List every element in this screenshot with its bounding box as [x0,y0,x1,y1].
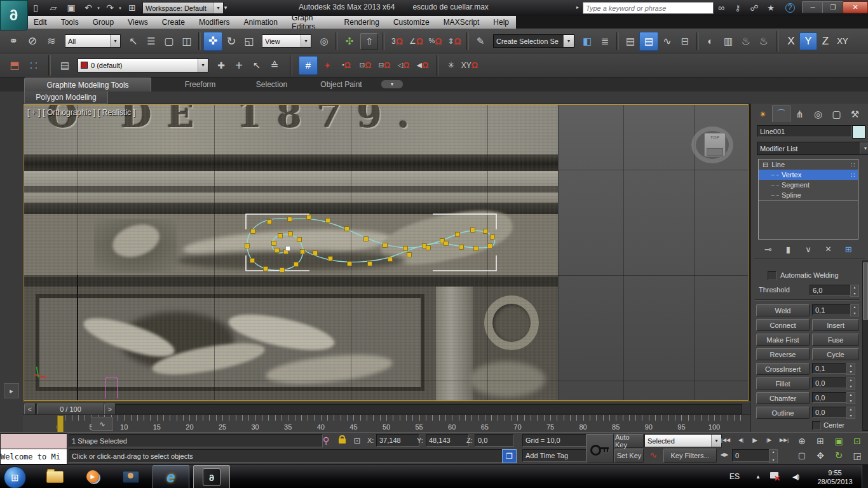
menu-views[interactable]: Views [121,16,155,29]
set-current-layer-button[interactable]: ≙ [266,57,283,74]
time-slider-prev-button[interactable]: < [24,403,36,415]
save-file-button[interactable]: ▣ [64,1,79,14]
menu-help[interactable]: Help [486,16,516,29]
endpoint-snap-toggle[interactable]: ⊡Ω [356,57,375,74]
insert-button[interactable]: Insert [812,319,859,331]
crossinsert-button[interactable]: CrossInsert [756,363,810,375]
viewport-shading-menu[interactable]: [ Realistic ] [98,108,135,117]
redo-dropdown[interactable]: ▾ [117,1,123,14]
help-button[interactable]: ? [782,1,798,14]
go-to-end-button[interactable]: ▶▶| [776,434,792,447]
percent-snap-toggle[interactable]: %Ω [426,32,445,50]
rendered-frame-button[interactable]: ♨ [737,32,755,50]
toggle-key-mode-button[interactable] [586,434,614,463]
render-production-button[interactable]: ♨ [755,32,773,50]
key-mode-toggle[interactable]: ◀▶ [718,449,731,461]
material-editor-button[interactable]: ◐ [702,32,719,50]
menu-group[interactable]: Group [86,16,121,29]
weld-spinner[interactable]: ▾▾ [850,304,859,316]
tab-selection[interactable]: Selection [238,78,305,92]
graphite-ribbon-toggle[interactable]: ▤ [639,32,658,51]
add-time-tag-field[interactable]: Add Time Tag [522,449,590,462]
snap-toggle-3d-button[interactable]: 3Ω [388,32,407,50]
menu-modifiers[interactable]: Modifiers [192,16,237,29]
volume-icon[interactable]: ◀) [788,471,803,482]
make-unique-button[interactable]: ∨ [801,243,816,255]
scene-explorer-toggle[interactable]: ❐ [502,449,517,463]
active-layer-dropdown[interactable]: 0 (default)▾ [78,58,208,72]
remove-modifier-button[interactable]: ✕ [821,243,836,255]
auto-key-button[interactable]: Auto Key [614,434,644,448]
object-name-field[interactable]: Line001 [757,125,852,137]
face-snap-toggle[interactable]: ◀Ω [413,57,432,74]
stack-item-vertex[interactable]: Vertex ∷ [759,170,858,180]
center-checkbox[interactable] [812,421,821,430]
panel-polygon-modeling[interactable]: Polygon Modeling [24,92,108,104]
tab-motion[interactable]: ◎ [809,105,827,122]
show-end-result-button[interactable]: ▮ [780,243,796,255]
absolute-mode-toggle[interactable]: ⊡ [350,434,364,447]
close-button[interactable]: ✕ [843,1,868,13]
chamfer-field[interactable]: 0,0 [812,392,851,403]
axis-constraint-y[interactable]: Y [799,32,817,50]
automatic-welding-checkbox[interactable] [768,271,776,280]
taskbar-media-player-button[interactable]: ▶ [75,465,111,488]
tab-modify[interactable]: ⌒ [772,105,790,122]
fillet-spinner[interactable]: ▾▾ [846,377,855,390]
undo-dropdown[interactable]: ▾ [95,1,102,14]
field-of-view-button[interactable]: ▢ [793,449,811,462]
isolate-selection-toggle[interactable]: ⚲ [319,434,333,447]
select-and-scale-button[interactable]: ◱ [240,32,258,50]
maxscript-listener-macro[interactable] [0,433,67,449]
z-coord-field[interactable]: 0,0 [475,434,514,447]
axis-constraint-xy[interactable]: XY [834,32,851,50]
crossinsert-field[interactable]: 0,1 [812,363,851,374]
go-to-start-button[interactable]: |◀◀ [718,434,733,447]
tab-create[interactable]: ✴ [754,105,772,122]
redo-button[interactable]: ↷ [103,1,117,14]
spinner-snap-toggle[interactable]: ⇕Ω [445,32,464,50]
x-coord-field[interactable]: 37,148 [376,434,419,447]
xy-snap-toggle[interactable]: XYΩ [460,57,479,74]
coordinate-system-dropdown[interactable]: View▾ [262,34,311,48]
workspace-extra-dropdown[interactable]: ▾ [221,1,230,14]
named-selection-sets-dropdown[interactable]: Create Selection Se▾ [493,34,574,48]
add-to-layer-button[interactable]: + [230,57,248,74]
mini-curve-editor-button[interactable]: ∿ [92,417,113,431]
zoom-button[interactable]: ⊕ [793,434,811,447]
edge-snap-toggle[interactable]: ◁Ω [394,57,413,74]
use-pivot-center-button[interactable]: ◎ [315,32,333,50]
taskbar-3dsmax-button[interactable]: 6 [193,465,230,488]
maxscript-listener-line[interactable]: Welcome to Mi [0,449,67,464]
bind-to-spacewarp-button[interactable]: ≋ [42,32,61,50]
taskbar-clock[interactable]: 9:55 28/05/2013 [812,467,858,487]
panel-scrollbar[interactable] [862,261,868,431]
favorites-button[interactable]: ★ [764,1,778,14]
reverse-button[interactable]: Reverse [756,348,810,360]
taskbar-internet-explorer-button[interactable]: e [153,465,189,488]
fillet-field[interactable]: 0,0 [812,377,851,388]
crossinsert-spinner[interactable]: ▾▾ [846,363,855,375]
next-frame-button[interactable]: |▶ [763,434,775,447]
outline-spinner[interactable]: ▾▾ [846,407,855,419]
select-by-name-button[interactable]: ☰ [142,32,160,50]
unlink-selection-button[interactable]: ⊘ [23,32,42,50]
default-tangent-button[interactable]: ∿ [644,449,662,461]
orbit-button[interactable]: ↻ [830,449,848,462]
menu-maxscript[interactable]: MAXScript [437,16,487,29]
scrollbar-thumb[interactable] [863,262,868,320]
viewcube-front-face[interactable] [707,148,723,156]
tab-object-paint[interactable]: Object Paint [306,78,376,92]
tab-hierarchy[interactable]: ⋔ [790,105,809,122]
selection-lock-toggle[interactable] [335,435,349,447]
y-coord-field[interactable]: 48,143 [426,434,469,447]
search-button[interactable]: ∞ [714,1,728,14]
viewport[interactable]: O DE 1879. [24,104,749,401]
edit-poly-mode-button[interactable]: ⬒ [5,57,24,74]
fillet-button[interactable]: Fillet [756,377,810,390]
workspace-dropdown[interactable]: Workspace: Default▾ [142,2,224,14]
grid-snap-toggle[interactable]: # [299,56,318,75]
render-setup-button[interactable]: ▥ [719,32,737,50]
make-first-button[interactable]: Make First [756,334,810,346]
app-menu-button[interactable]: ▯ [28,1,43,14]
